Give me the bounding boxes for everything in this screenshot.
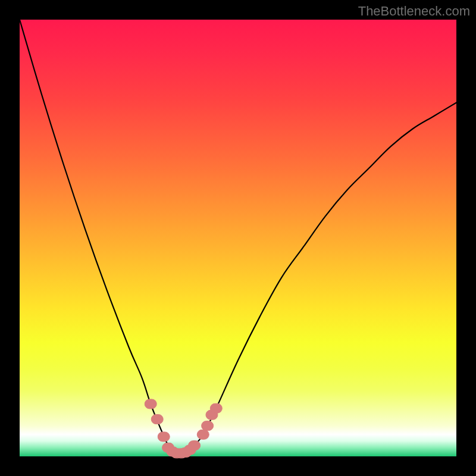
- plot-area: [20, 20, 456, 456]
- curve-marker: [189, 441, 201, 450]
- curve-left-segment: [20, 20, 177, 453]
- curve-marker: [145, 399, 156, 409]
- curve-marker: [210, 403, 222, 413]
- curve-marker: [202, 421, 214, 431]
- curve-right-segment: [177, 102, 456, 453]
- curve-marker: [197, 430, 209, 439]
- bottleneck-curve-svg: [20, 20, 456, 456]
- chart-frame: TheBottleneck.com: [0, 0, 476, 476]
- curve-marker: [151, 415, 163, 424]
- marker-group: [145, 399, 222, 458]
- watermark-text: TheBottleneck.com: [358, 4, 470, 19]
- curve-marker: [158, 432, 170, 441]
